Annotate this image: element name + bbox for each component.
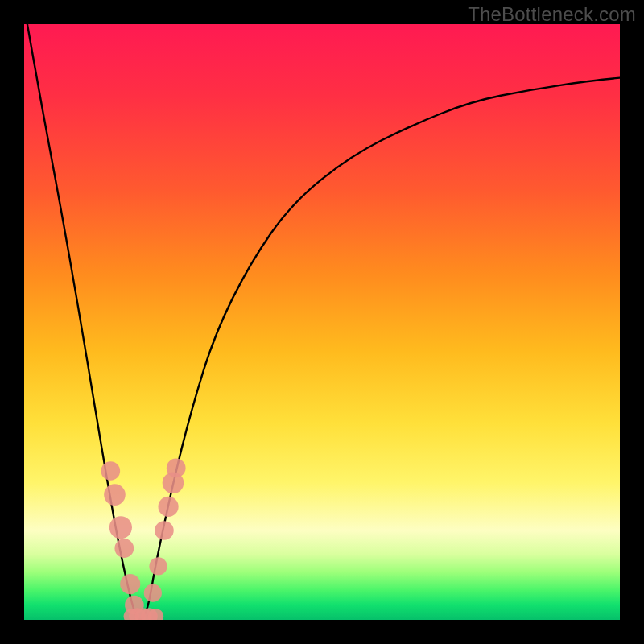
chart-marker <box>101 461 120 481</box>
chart-marker <box>155 521 174 540</box>
chart-plot-area <box>24 24 620 620</box>
chart-marker <box>159 497 179 517</box>
chart-marker <box>114 539 134 558</box>
chart-marker <box>104 484 126 506</box>
chart-marker <box>149 557 167 575</box>
chart-marker <box>109 516 132 539</box>
chart-marker <box>120 574 140 594</box>
watermark-text: TheBottleneck.com <box>468 3 636 26</box>
chart-frame: TheBottleneck.com <box>0 0 644 644</box>
chart-marker <box>167 458 186 477</box>
chart-marker <box>144 584 162 602</box>
chart-svg <box>24 24 620 620</box>
chart-markers <box>101 458 185 620</box>
